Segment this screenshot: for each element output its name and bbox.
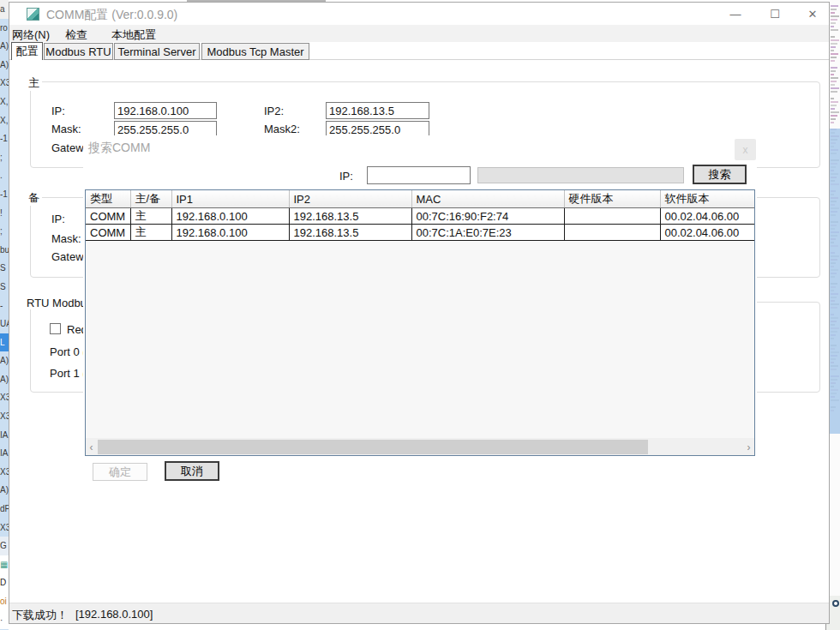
bg-text-fragment: IA	[0, 426, 9, 445]
dialog-ip-input[interactable]	[367, 166, 471, 184]
column-header[interactable]: MAC	[411, 190, 564, 208]
ip2-label: IP2:	[264, 105, 284, 117]
mask2-label: Mask2:	[264, 123, 300, 135]
bg-text-fragment: -1	[0, 129, 9, 148]
bg-code-line	[831, 87, 839, 89]
column-header[interactable]: 软件版本	[660, 190, 754, 208]
bg-code-line	[831, 26, 834, 27]
menu-item-check[interactable]: 检查	[65, 27, 87, 43]
bg-code-line	[831, 36, 835, 38]
bg-code-line	[831, 22, 836, 24]
bg-code-line	[831, 46, 836, 48]
bg-code-line	[831, 84, 835, 86]
bg-text-fragment: X3	[0, 407, 9, 426]
port0-label: Port 0 (	[50, 345, 87, 358]
bg-text-fragment: X3	[0, 463, 9, 482]
bg-code-line	[831, 118, 836, 120]
bg-text-fragment: ▦	[0, 555, 9, 574]
column-header[interactable]: 硬件版本	[564, 190, 660, 208]
scroll-left-icon[interactable]: ‹	[86, 438, 97, 456]
tab-modbus-rtu[interactable]: Modbus RTU	[44, 43, 113, 60]
status-ip-detail: [192.168.0.100]	[75, 608, 153, 621]
column-header[interactable]: IP2	[289, 190, 411, 208]
scroll-right-icon[interactable]: ›	[743, 438, 754, 456]
ok-button[interactable]: 确定	[93, 463, 147, 481]
bg-code-line	[831, 81, 837, 82]
bg-text-fragment: ;	[0, 148, 9, 167]
search-comm-dialog: 搜索COMM x IP: 搜索 类型主/备IP1IP2MAC硬件版本软件版本 C…	[83, 135, 757, 489]
bg-text-fragment: L	[0, 333, 9, 352]
column-header[interactable]: 类型	[86, 190, 130, 208]
bg-text-fragment: A)	[0, 481, 9, 500]
screen: aroA)A)X3X,X,-1;.-1!;buSS-UALA)A)X3X3IAI…	[0, 0, 840, 630]
bg-text-fragment: X,	[0, 111, 9, 130]
backup-group-title: 备	[26, 190, 42, 206]
bg-code-line	[831, 5, 838, 7]
bg-text-fragment: dF	[0, 500, 9, 519]
bg-code-line	[831, 67, 837, 69]
device-table: 类型主/备IP1IP2MAC硬件版本软件版本 COMM主192.168.0.10…	[86, 190, 754, 241]
bg-code-line	[831, 39, 839, 41]
minimize-button[interactable]: —	[720, 3, 751, 25]
device-table-container[interactable]: 类型主/备IP1IP2MAC硬件版本软件版本 COMM主192.168.0.10…	[85, 189, 755, 456]
scrollbar-thumb[interactable]	[98, 440, 648, 454]
cancel-button[interactable]: 取消	[165, 461, 219, 481]
bg-text-fragment: A)	[0, 56, 9, 75]
bg-code-line	[831, 105, 837, 106]
dialog-title: 搜索COMM	[88, 141, 150, 156]
bg-code-line	[831, 60, 835, 62]
bg-text-fragment: S	[0, 259, 9, 278]
bg-code-line	[831, 77, 838, 79]
dialog-ip-label: IP:	[339, 170, 353, 183]
bg-code-line	[831, 111, 839, 113]
bg-text-fragment: ro	[0, 19, 9, 38]
bg-code-line	[831, 53, 838, 55]
menu-item-local-config[interactable]: 本地配置	[111, 27, 156, 43]
bg-code-line	[831, 43, 837, 45]
dialog-close-icon[interactable]: x	[735, 139, 756, 160]
bg-code-line	[831, 108, 835, 110]
bg-text-fragment: X,	[0, 93, 9, 111]
background-editor-left-strip: aroA)A)X3X,X,-1;.-1!;buSS-UALA)A)X3X3IAI…	[0, 0, 9, 630]
column-header[interactable]: IP1	[171, 190, 289, 208]
bg-text-fragment: .	[0, 166, 9, 185]
port1-label: Port 1 (	[50, 367, 87, 380]
column-header[interactable]: 主/备	[130, 190, 171, 208]
horizontal-scrollbar[interactable]: ‹ ›	[86, 438, 754, 456]
bg-code-line	[831, 50, 834, 51]
bg-code-line	[831, 29, 838, 31]
close-button[interactable]: ✕	[797, 3, 828, 25]
backup-ip-label: IP:	[51, 213, 65, 225]
bg-text-fragment: -1	[0, 185, 9, 204]
bg-text-fragment: S	[0, 278, 9, 297]
ip-input[interactable]	[114, 102, 217, 119]
background-circle-glyph	[832, 600, 839, 607]
ip2-input[interactable]	[326, 102, 429, 119]
maximize-button[interactable]: ☐	[759, 3, 790, 25]
search-progress-bar	[477, 167, 684, 183]
ip-label: IP:	[51, 105, 65, 117]
redundant-checkbox[interactable]	[50, 323, 61, 334]
bg-text-fragment: X3	[0, 388, 9, 407]
device-table-body: COMM主192.168.0.100192.168.13.500:7C:16:9…	[86, 208, 754, 241]
bg-text-fragment: oi	[0, 592, 9, 611]
table-row[interactable]: COMM主192.168.0.100192.168.13.500:7C:16:9…	[86, 208, 754, 225]
bg-code-line	[831, 15, 839, 17]
bg-code-line	[831, 12, 835, 14]
bg-text-fragment: D	[0, 573, 9, 592]
tab-terminal-server[interactable]: Terminal Server	[114, 43, 200, 60]
bg-text-fragment: a	[0, 0, 9, 19]
bg-text-fragment: X3	[0, 74, 9, 93]
tab-config[interactable]: 配置	[11, 42, 43, 60]
table-row[interactable]: COMM主192.168.0.100192.168.13.500:7C:1A:E…	[86, 225, 754, 241]
bg-text-fragment: A)	[0, 37, 9, 56]
tab-modbus-tcp-master[interactable]: Modbus Tcp Master	[201, 43, 309, 60]
bg-code-line	[831, 9, 837, 10]
bg-text-fragment: IA	[0, 444, 9, 463]
bg-text-fragment: A)	[0, 351, 9, 370]
bg-code-line	[831, 70, 836, 72]
bg-code-line	[831, 98, 834, 99]
menu-item-network[interactable]: 网络(N)	[12, 27, 50, 43]
app-icon	[27, 8, 39, 21]
search-button[interactable]: 搜索	[693, 165, 747, 184]
